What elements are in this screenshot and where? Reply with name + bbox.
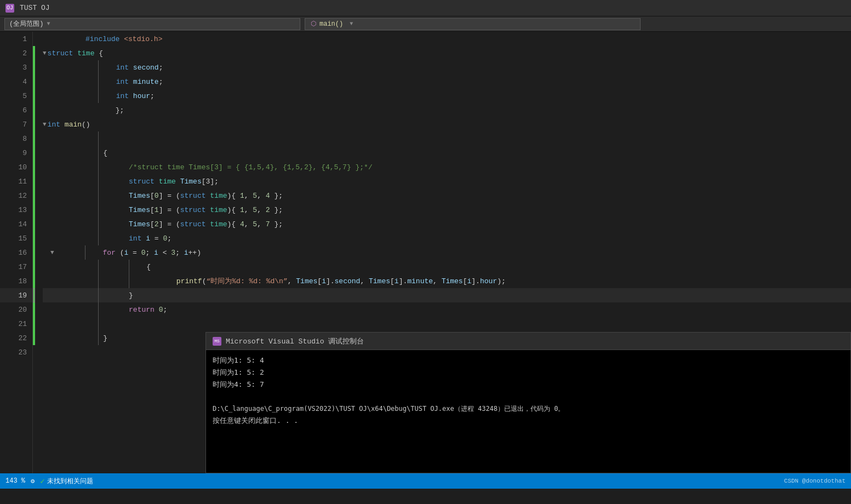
app-icon: OJ — [5, 4, 14, 13]
line-number-17: 17 — [0, 260, 32, 274]
scope-dropdown[interactable]: (全局范围) ▼ — [4, 18, 300, 30]
line-number-13: 13 — [0, 203, 32, 217]
code-line-9: { — [43, 146, 851, 160]
debug-title-bar: MS Microsoft Visual Studio 调试控制台 — [206, 333, 850, 350]
debug-output-line-1: 时间为1: 5: 4 — [213, 354, 844, 366]
line-number-5: 5 — [0, 89, 32, 103]
code-line-14: Times[2] = (struct time){ 4, 5, 7 }; — [43, 217, 851, 231]
chevron-down-icon2: ▼ — [350, 21, 353, 27]
debug-output-line-2: 时间为1: 5: 2 — [213, 366, 844, 379]
code-line-11: struct time Times[3]; — [43, 174, 851, 188]
line-number-12: 12 — [0, 188, 32, 203]
line-number-7: 7 — [0, 117, 32, 131]
editor-container: 1 2 3 4 5 6 7 8 9 10 11 12 13 14 15 16 1… — [0, 32, 851, 489]
function-selector[interactable]: ⬡ main() ▼ — [305, 18, 641, 30]
line-number-2: 2 — [0, 46, 32, 60]
line-number-22: 22 — [0, 331, 32, 345]
debug-output-line-3: 时间为4: 5: 7 — [213, 379, 844, 391]
debug-path: D:\C_language\C_program(VS2022)\TUST OJ\… — [213, 403, 844, 415]
function-icon: ⬡ — [311, 20, 316, 28]
line-number-9: 9 — [0, 146, 32, 160]
line-number-14: 14 — [0, 217, 32, 231]
app-title: TUST OJ — [20, 4, 50, 12]
code-line-6: }; — [43, 103, 851, 117]
line-number-3: 3 — [0, 60, 32, 75]
status-bar: 143 % ⚙ ✓ 未找到相关问题 CSDN @donotdothat — [0, 473, 851, 489]
code-line-15: int i = 0; — [43, 231, 851, 245]
code-line-19: } — [43, 288, 851, 302]
fold-arrow-main[interactable] — [43, 121, 47, 128]
fold-arrow-struct[interactable] — [43, 50, 47, 56]
line-number-21: 21 — [0, 317, 32, 331]
zoom-level[interactable]: 143 % — [5, 477, 25, 485]
code-line-3: int second; — [43, 60, 851, 75]
line-number-20: 20 — [0, 302, 32, 317]
code-line-8 — [43, 131, 851, 146]
code-line-10: /*struct time Times[3] = { {1,5,4}, {1,5… — [43, 160, 851, 174]
code-line-13: Times[1] = (struct time){ 1, 5, 2 }; — [43, 203, 851, 217]
title-bar: OJ TUST OJ — [0, 0, 851, 16]
nav-bar: (全局范围) ▼ ⬡ main() ▼ — [0, 16, 851, 32]
status-check-area: ✓ 未找到相关问题 — [40, 477, 93, 486]
status-icon-area: ⚙ — [31, 477, 35, 485]
line-number-11: 11 — [0, 174, 32, 188]
line-number-19: 19 — [0, 288, 32, 302]
code-line-12: Times[0] = (struct time){ 1, 5, 4 }; — [43, 188, 851, 203]
line-number-8: 8 — [0, 131, 32, 146]
status-message: 未找到相关问题 — [47, 477, 93, 486]
line-numbers: 1 2 3 4 5 6 7 8 9 10 11 12 13 14 15 16 1… — [0, 32, 33, 489]
debug-icon: MS — [213, 337, 221, 346]
line-number-4: 4 — [0, 75, 32, 89]
code-line-18: printf(“时间为%d: %d: %d\n”, Times[i].secon… — [43, 274, 851, 288]
check-icon: ✓ — [40, 477, 44, 486]
zoom-value: 143 % — [5, 477, 25, 485]
chevron-down-icon: ▼ — [47, 21, 50, 27]
code-line-21 — [43, 317, 851, 331]
line-number-18: 18 — [0, 274, 32, 288]
code-line-5: int hour; — [43, 89, 851, 103]
debug-console: MS Microsoft Visual Studio 调试控制台 时间为1: 5… — [205, 332, 851, 473]
credits: CSDN @donotdothat — [784, 478, 846, 484]
function-label: main() — [319, 20, 343, 28]
settings-icon: ⚙ — [31, 477, 35, 485]
line-number-1: 1 — [0, 32, 32, 46]
debug-hint: 按任意键关闭此窗口. . . — [213, 415, 844, 427]
code-line-17: { — [43, 260, 851, 274]
debug-output-blank — [213, 391, 844, 403]
fold-arrow-for[interactable] — [50, 249, 54, 256]
code-line-4: int minute; — [43, 75, 851, 89]
line-number-15: 15 — [0, 231, 32, 245]
debug-output: 时间为1: 5: 4 时间为1: 5: 2 时间为4: 5: 7 D:\C_la… — [206, 350, 850, 473]
line-number-16: 16 — [0, 245, 32, 260]
code-line-1: #include <stdio.h> — [43, 32, 851, 46]
code-line-20: return 0; — [43, 302, 851, 317]
code-line-7: int main() — [43, 117, 851, 131]
code-line-16: for (i = 0; i < 3; i++) — [43, 245, 851, 260]
scope-label: (全局范围) — [9, 19, 43, 28]
code-line-2: struct time { — [43, 46, 851, 60]
line-number-23: 23 — [0, 345, 32, 359]
line-number-6: 6 — [0, 103, 32, 117]
debug-title: Microsoft Visual Studio 调试控制台 — [226, 336, 364, 346]
line-number-10: 10 — [0, 160, 32, 174]
